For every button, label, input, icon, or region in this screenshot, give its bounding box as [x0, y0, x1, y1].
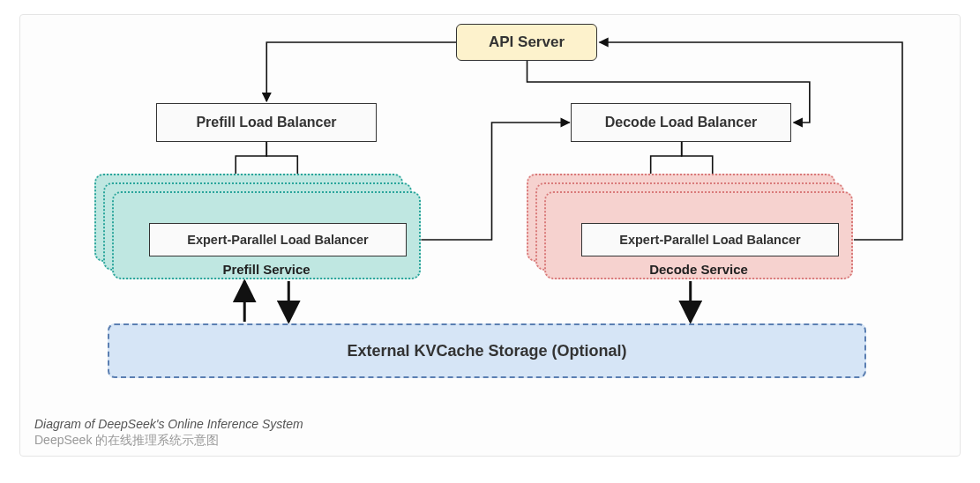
figure-card: API Server Prefill Load Balancer Decode … [19, 14, 961, 457]
figure-caption-zh: DeepSeek 的在线推理系统示意图 [34, 433, 951, 449]
figure-caption-en: Diagram of DeepSeek's Online Inference S… [34, 417, 951, 431]
prefill-service-label: Prefill Service [114, 262, 419, 277]
page-root: API Server Prefill Load Balancer Decode … [0, 0, 980, 483]
prefill-service-stack: Expert-Parallel Load Balancer Prefill Se… [94, 174, 421, 279]
api-server-box: API Server [456, 24, 597, 61]
api-server-label: API Server [489, 33, 565, 51]
architecture-diagram: API Server Prefill Load Balancer Decode … [33, 24, 951, 412]
decode-service-stack: Expert-Parallel Load Balancer Decode Ser… [527, 174, 853, 279]
decode-ep-load-balancer-label: Expert-Parallel Load Balancer [619, 233, 801, 247]
prefill-ep-load-balancer-label: Expert-Parallel Load Balancer [187, 233, 369, 247]
decode-load-balancer-label: Decode Load Balancer [605, 115, 758, 130]
prefill-ep-load-balancer-box: Expert-Parallel Load Balancer [149, 223, 407, 256]
decode-load-balancer-box: Decode Load Balancer [571, 103, 791, 142]
prefill-load-balancer-label: Prefill Load Balancer [196, 115, 336, 130]
prefill-load-balancer-box: Prefill Load Balancer [156, 103, 377, 142]
prefill-service-replica: Expert-Parallel Load Balancer Prefill Se… [112, 191, 421, 279]
decode-service-replica: Expert-Parallel Load Balancer Decode Ser… [544, 191, 853, 279]
decode-ep-load-balancer-box: Expert-Parallel Load Balancer [581, 223, 839, 256]
kvcache-storage-label: External KVCache Storage (Optional) [347, 342, 626, 360]
decode-service-label: Decode Service [546, 262, 851, 277]
figure-captions: Diagram of DeepSeek's Online Inference S… [33, 417, 951, 449]
kvcache-storage-box: External KVCache Storage (Optional) [108, 323, 866, 378]
